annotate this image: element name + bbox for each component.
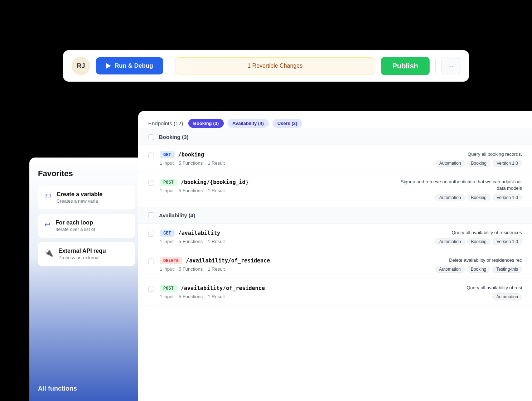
sidebar-item-for-each-loop-desc: Iterate over a list of	[55, 227, 95, 232]
tag-version: Version 1.0	[493, 160, 522, 167]
sidebar-item-create-variable-title: Create a variable	[57, 191, 102, 198]
endpoint-meta: 1 input 5 Functions 1 Result	[160, 188, 395, 193]
tag-automation: Automation	[435, 194, 465, 201]
table-row: GET /availability 1 input 5 Functions 1 …	[138, 224, 532, 251]
play-icon	[106, 63, 111, 69]
endpoint-meta: 1 input 5 Functions 1 Result	[160, 160, 430, 166]
run-debug-button[interactable]: Run & Debug	[96, 57, 163, 74]
sidebar-item-for-each-loop[interactable]: ↩ For each loop Iterate over a list of	[38, 214, 135, 238]
endpoint-path: /booking/{booking_id}	[181, 179, 249, 185]
avatar: RJ	[72, 57, 90, 75]
endpoint-desc: Signup and retrieve an authenticatio tha…	[400, 179, 522, 192]
endpoint-tags: Automation	[466, 293, 522, 300]
sidebar-item-create-variable[interactable]: 🏷 Create a variable Creates a new varia	[38, 185, 135, 209]
endpoint-meta: 1 input 5 Functions 1 Result	[160, 294, 461, 299]
table-row: POST /booking/{booking_id} 1 input 5 Fun…	[138, 173, 532, 207]
endpoint-desc: Query all availability of resi	[466, 285, 522, 291]
endpoint-right: Delete availability of residences rec Au…	[435, 257, 522, 273]
more-options-button[interactable]: ···	[441, 57, 460, 75]
endpoint-functions: 5 Functions	[179, 239, 203, 244]
endpoint-right: Query all booking records. Automation Bo…	[435, 151, 522, 167]
endpoint-meta: 1 input 5 Functions 1 Result	[160, 266, 429, 272]
tag-booking: Booking	[467, 266, 490, 273]
endpoint-content: POST /booking/{booking_id} 1 input 5 Fun…	[160, 179, 395, 193]
endpoint-checkbox-booking-get[interactable]	[148, 153, 154, 158]
group-availability-label: Availability (4)	[159, 212, 195, 218]
toolbar: RJ Run & Debug 1 Revertible Changes Publ…	[63, 50, 469, 82]
endpoint-tags: Automation Booking Testing-this	[435, 266, 522, 273]
toolbar-divider-2	[435, 59, 436, 73]
tab-availability[interactable]: Availability (4)	[227, 119, 269, 128]
publish-button[interactable]: Publish	[381, 57, 430, 75]
method-badge-get: GET	[160, 230, 175, 237]
method-badge-get: GET	[160, 151, 175, 158]
group-checkbox-availability[interactable]	[148, 212, 154, 218]
endpoint-top: POST /booking/{booking_id}	[160, 179, 395, 186]
endpoint-checkbox-booking-post[interactable]	[148, 180, 154, 186]
endpoint-inputs: 1 input	[160, 239, 174, 244]
endpoint-list: Booking (3) GET /booking 1 input 5 Funct…	[138, 129, 532, 397]
endpoint-inputs: 1 input	[160, 266, 174, 272]
group-checkbox-booking[interactable]	[148, 134, 154, 140]
toolbar-divider-1	[169, 59, 169, 73]
tag-automation: Automation	[435, 160, 465, 167]
endpoint-checkbox-partial[interactable]	[148, 286, 154, 292]
endpoint-top: DELETE /availability/of_residence	[160, 257, 429, 264]
revertible-changes-button[interactable]: 1 Revertible Changes	[175, 57, 375, 74]
tab-users[interactable]: Users (2)	[272, 119, 303, 128]
sidebar-item-external-api-desc: Process an external	[58, 255, 106, 260]
table-row: GET /booking 1 input 5 Functions 1 Resul…	[138, 145, 532, 173]
tag-automation: Automation	[435, 238, 465, 245]
tag-booking: Booking	[467, 194, 490, 201]
endpoint-right: Query all availability of resi Automatio…	[466, 285, 522, 300]
method-badge-delete: DELETE	[160, 257, 182, 264]
tag-version: Version 1.0	[493, 238, 522, 245]
tag-icon: 🏷	[44, 192, 52, 200]
endpoint-path: /availability	[178, 230, 220, 236]
endpoint-inputs: 1 input	[160, 188, 174, 193]
endpoint-results: 1 Result	[208, 239, 225, 244]
endpoint-results: 1 Result	[208, 160, 225, 166]
endpoint-top: POST /availability/of_residence	[160, 285, 461, 292]
endpoint-tags: Automation Booking Version 1.0	[400, 194, 522, 201]
sidebar: Favorites 🏷 Create a variable Creates a …	[29, 158, 144, 401]
endpoint-right: Signup and retrieve an authenticatio tha…	[400, 179, 522, 201]
endpoint-content: GET /availability 1 input 5 Functions 1 …	[160, 230, 430, 244]
endpoint-functions: 5 Functions	[179, 188, 203, 193]
endpoints-tab-label: Endpoints (12)	[148, 118, 183, 129]
tag-booking: Booking	[467, 160, 490, 167]
sidebar-item-for-each-loop-title: For each loop	[55, 219, 95, 226]
tag-version: Version 1.0	[493, 194, 522, 201]
tabs-bar: Endpoints (12) Booking (3) Availability …	[138, 111, 532, 129]
group-header-availability: Availability (4)	[138, 207, 532, 224]
tag-automation: Automation	[435, 266, 465, 273]
endpoint-functions: 5 Functions	[179, 266, 203, 272]
endpoint-path: /booking	[178, 151, 204, 158]
plug-icon: 🔌	[44, 248, 53, 257]
tag-booking: Booking	[467, 238, 490, 245]
endpoint-functions: 5 Functions	[179, 160, 203, 166]
main-panel: Endpoints (12) Booking (3) Availability …	[138, 111, 532, 401]
endpoint-results: 1 Result	[208, 188, 225, 193]
endpoint-desc: Delete availability of residences rec	[435, 257, 522, 264]
sidebar-item-external-api[interactable]: 🔌 External API requ Process an external	[38, 242, 135, 266]
endpoint-tags: Automation Booking Version 1.0	[435, 160, 522, 167]
endpoint-tags: Automation Booking Version 1.0	[435, 238, 522, 245]
sidebar-footer-label: All functions	[38, 385, 77, 392]
endpoint-meta: 1 input 5 Functions 1 Result	[160, 239, 430, 244]
endpoint-checkbox-availability-delete[interactable]	[148, 259, 154, 264]
endpoint-path: /availability/of_residence	[181, 285, 265, 291]
table-row: POST /availability/of_residence 1 input …	[138, 279, 532, 306]
tag-automation: Automation	[492, 293, 522, 300]
table-row: DELETE /availability/of_residence 1 inpu…	[138, 251, 532, 279]
endpoint-desc: Query all booking records.	[435, 151, 522, 158]
sidebar-item-external-api-title: External API requ	[58, 248, 106, 254]
endpoint-checkbox-availability-get[interactable]	[148, 231, 154, 237]
tab-booking[interactable]: Booking (3)	[188, 119, 224, 128]
endpoint-path: /availability/of_residence	[186, 257, 270, 264]
endpoint-content: DELETE /availability/of_residence 1 inpu…	[160, 257, 429, 272]
endpoint-functions: 5 Functions	[179, 294, 203, 299]
method-badge-post: POST	[160, 179, 177, 186]
endpoint-content: POST /availability/of_residence 1 input …	[160, 285, 461, 299]
endpoint-desc: Query all availability of residences	[435, 230, 522, 236]
